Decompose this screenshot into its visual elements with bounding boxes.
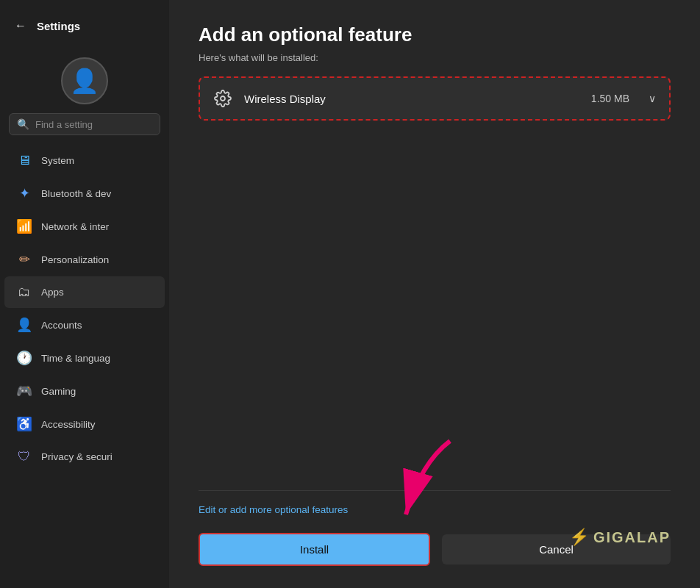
bluetooth-icon: ✦ (16, 185, 32, 201)
sidebar-item-personalization[interactable]: ✏ Personalization (4, 243, 165, 276)
back-button[interactable]: ← (12, 16, 29, 35)
page-title: Add an optional feature (199, 24, 671, 46)
divider (199, 490, 671, 491)
watermark-icon: ⚡ (569, 528, 589, 547)
avatar: 👤 (61, 57, 108, 104)
search-icon: 🔍 (17, 118, 29, 130)
search-box[interactable]: 🔍 (9, 113, 160, 135)
avatar-area: 👤 (0, 44, 169, 113)
sidebar: ← Settings 👤 🔍 🖥 System ✦ Bluetooth & de… (0, 0, 169, 588)
privacy-icon: 🛡 (16, 449, 32, 465)
feature-item: Wireless Display 1.50 MB ∨ (200, 78, 669, 119)
feature-size: 1.50 MB (591, 93, 629, 104)
sidebar-item-label: Personalization (41, 254, 109, 265)
sidebar-item-apps[interactable]: 🗂 Apps (4, 276, 165, 308)
sidebar-item-label: Accessibility (41, 419, 96, 430)
sidebar-item-label: Privacy & securi (41, 451, 113, 462)
feature-name: Wireless Display (244, 93, 579, 105)
sidebar-item-label: Gaming (41, 386, 76, 397)
svg-point-0 (221, 96, 225, 101)
expand-icon[interactable]: ∨ (649, 93, 656, 104)
sidebar-item-privacy[interactable]: 🛡 Privacy & securi (4, 441, 165, 473)
sidebar-header: ← Settings (0, 7, 169, 44)
accounts-icon: 👤 (16, 317, 32, 333)
sidebar-item-accessibility[interactable]: ♿ Accessibility (4, 408, 165, 440)
apps-icon: 🗂 (16, 284, 32, 300)
gear-icon (213, 90, 232, 107)
sidebar-item-label: Bluetooth & dev (41, 188, 111, 199)
search-input[interactable] (35, 119, 152, 130)
watermark: ⚡ GIGALAP (569, 528, 671, 547)
sidebar-item-time[interactable]: 🕐 Time & languag (4, 342, 165, 374)
sidebar-item-accounts[interactable]: 👤 Accounts (4, 309, 165, 341)
nav-list: 🖥 System ✦ Bluetooth & dev 📶 Network & i… (0, 144, 169, 588)
sidebar-item-gaming[interactable]: 🎮 Gaming (4, 375, 165, 407)
user-icon: 👤 (70, 67, 99, 95)
time-icon: 🕐 (16, 350, 32, 366)
sidebar-item-bluetooth[interactable]: ✦ Bluetooth & dev (4, 177, 165, 209)
accessibility-icon: ♿ (16, 416, 32, 432)
sidebar-item-label: Network & inter (41, 221, 109, 232)
main-content: Add an optional feature Here's what will… (169, 0, 700, 588)
install-button[interactable]: Install (199, 533, 430, 566)
gaming-icon: 🎮 (16, 383, 32, 399)
system-icon: 🖥 (16, 153, 32, 168)
sidebar-item-system[interactable]: 🖥 System (4, 145, 165, 176)
sidebar-item-label: System (41, 155, 74, 166)
personalization-icon: ✏ (16, 251, 32, 268)
sidebar-item-label: Apps (41, 287, 64, 298)
edit-link[interactable]: Edit or add more optional features (199, 504, 671, 515)
feature-card: Wireless Display 1.50 MB ∨ (199, 76, 671, 121)
sidebar-title: Settings (37, 20, 80, 32)
sidebar-item-label: Time & languag (41, 353, 110, 364)
sidebar-item-network[interactable]: 📶 Network & inter (4, 210, 165, 243)
network-icon: 📶 (16, 218, 32, 234)
watermark-text: GIGALAP (593, 529, 671, 546)
subtitle: Here's what will be installed: (199, 52, 671, 63)
sidebar-item-label: Accounts (41, 320, 82, 331)
